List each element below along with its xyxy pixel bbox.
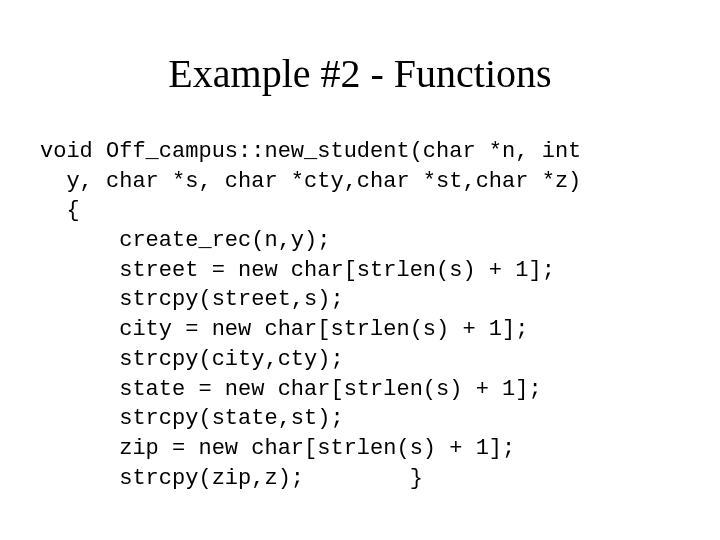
- code-line: strcpy(state,st);: [40, 406, 344, 431]
- code-block: void Off_campus::new_student(char *n, in…: [40, 137, 680, 493]
- code-line: strcpy(street,s);: [40, 287, 344, 312]
- code-line: zip = new char[strlen(s) + 1];: [40, 436, 515, 461]
- slide: Example #2 - Functions void Off_campus::…: [0, 0, 720, 540]
- code-line: city = new char[strlen(s) + 1];: [40, 317, 528, 342]
- code-line: {: [40, 198, 80, 223]
- slide-title: Example #2 - Functions: [40, 50, 680, 97]
- code-line: void Off_campus::new_student(char *n, in…: [40, 139, 581, 164]
- code-line: y, char *s, char *cty,char *st,char *z): [40, 169, 581, 194]
- code-line: street = new char[strlen(s) + 1];: [40, 258, 555, 283]
- code-line: state = new char[strlen(s) + 1];: [40, 377, 542, 402]
- code-line: create_rec(n,y);: [40, 228, 330, 253]
- code-line: strcpy(zip,z); }: [40, 466, 423, 491]
- code-line: strcpy(city,cty);: [40, 347, 344, 372]
